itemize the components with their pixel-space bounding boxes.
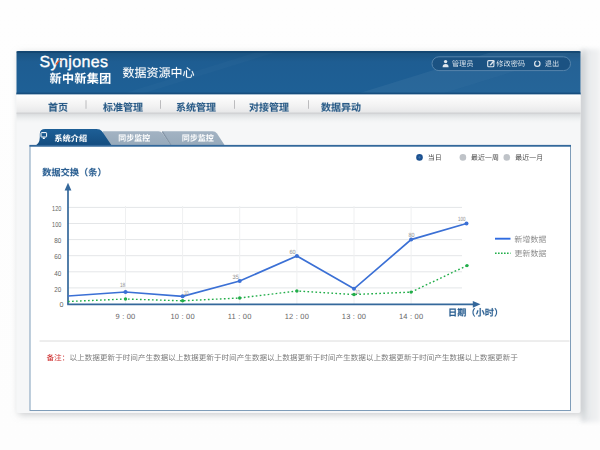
svg-text:11 : 00: 11 : 00 [228, 312, 252, 321]
svg-text:13 : 00: 13 : 00 [342, 312, 366, 321]
svg-text:10: 10 [355, 289, 360, 296]
svg-text:10 : 00: 10 : 00 [170, 312, 194, 321]
svg-text:60: 60 [290, 249, 297, 256]
svg-text:14 : 00: 14 : 00 [399, 312, 423, 321]
svg-text:100: 100 [52, 220, 61, 229]
svg-text:80: 80 [409, 232, 415, 239]
svg-text:Synjones: Synjones [40, 54, 109, 71]
svg-text:120: 120 [52, 204, 61, 213]
svg-text:9 : 00: 9 : 00 [116, 312, 136, 321]
svg-text:0: 0 [60, 300, 64, 309]
svg-text:20: 20 [54, 285, 61, 294]
svg-text:10: 10 [184, 290, 189, 297]
svg-text:12 : 00: 12 : 00 [285, 312, 309, 321]
svg-text:35: 35 [233, 274, 240, 281]
svg-text:60: 60 [54, 252, 61, 261]
svg-text:80: 80 [54, 236, 61, 245]
svg-text:18: 18 [120, 282, 126, 289]
svg-text:40: 40 [54, 269, 61, 278]
svg-text:100: 100 [458, 216, 466, 223]
